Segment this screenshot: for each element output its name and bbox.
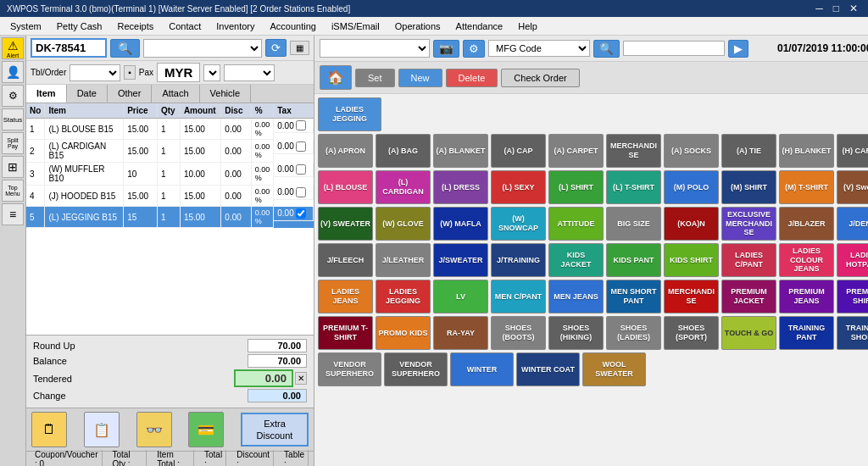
table-row[interactable]: 1 (L) BLOUSE B15 15.00 1 15.00 0.00 0.00… [26, 119, 314, 140]
menu-attendance[interactable]: Attendance [449, 19, 510, 33]
menu-isms[interactable]: iSMS/Email [325, 19, 387, 33]
cat-(a)-bag-1[interactable]: (A) BAG [376, 134, 431, 168]
cat-premium-t-shirt-0[interactable]: PREMIUM T-SHIRT [318, 316, 373, 350]
tab-attach[interactable]: Attach [152, 85, 199, 103]
cat-(l)-cardigan-1[interactable]: (L) CARDIGAN [376, 170, 431, 204]
set-button[interactable]: Set [355, 69, 395, 87]
settings-button[interactable]: ⚙ [463, 40, 485, 58]
cat-exclusive-merchandi-se-7[interactable]: EXCLUSIVE MERCHANDI SE [721, 207, 776, 241]
currency-select[interactable]: ▼ [203, 64, 220, 81]
mfg-search-button[interactable]: 🔍 [593, 40, 620, 58]
order-dropdown[interactable] [143, 39, 262, 58]
cat-j/sweater-2[interactable]: J/SWEATER [433, 243, 488, 277]
cat-(m)-shirt-7[interactable]: (M) SHIRT [721, 170, 776, 204]
cat-vendor-superhero-1[interactable]: VENDOR SUPERHERO [384, 352, 448, 386]
cat-(w)-glove-1[interactable]: (W) GLOVE [376, 207, 431, 241]
cat-vendor-superhero-0[interactable]: VENDOR SUPERHERO [318, 352, 381, 386]
cat-(h)-blanket-8[interactable]: (H) BLANKET [779, 134, 834, 168]
cat-premium-shirt-9[interactable]: PREMIUM SHIRT [837, 280, 868, 313]
order-refresh-button[interactable]: ⟳ [265, 39, 287, 57]
cat-(l)-blouse-0[interactable]: (L) BLOUSE [318, 170, 373, 204]
cat-premium-jacket-7[interactable]: PREMIUM JACKET [721, 280, 776, 313]
action-btn-3[interactable]: 👓 [136, 412, 172, 447]
menu-contact[interactable]: Contact [162, 19, 208, 33]
cat-j/training-3[interactable]: J/TRAINING [491, 243, 546, 277]
tab-vehicle[interactable]: Vehicle [200, 85, 251, 103]
cat-ladies-hotpant-9[interactable]: LADIES HOTPANT [837, 243, 868, 277]
cat-(m)-polo-6[interactable]: (M) POLO [664, 170, 719, 204]
menu-operations[interactable]: Operations [388, 19, 448, 33]
cat-wool-sweater-4[interactable]: WOOL SWEATER [582, 352, 646, 386]
menu-help[interactable]: Help [511, 19, 544, 33]
cat-winter-coat-3[interactable]: WINTER COAT [516, 352, 580, 386]
cat-men-jeans-4[interactable]: MEN JEANS [548, 280, 604, 313]
tab-item[interactable]: Item [26, 85, 67, 103]
cat-(l)-t-shirt-5[interactable]: (L) T-SHIRT [606, 170, 661, 204]
cat-shoes-(sport)-6[interactable]: SHOES (SPORT) [664, 316, 719, 350]
cat-(a)-socks-6[interactable]: (A) SOCKS [664, 134, 719, 168]
cat-(a)-cap-3[interactable]: (A) CAP [491, 134, 546, 168]
cat-ladies-jegging-1[interactable]: LADIES JEGGING [376, 280, 431, 313]
pax-select[interactable] [224, 64, 275, 81]
new-button[interactable]: New [398, 69, 442, 87]
cat-j/fleech-0[interactable]: J/FLEECH [318, 243, 373, 277]
tab-other[interactable]: Other [108, 85, 153, 103]
menu-receipts[interactable]: Receipts [111, 19, 161, 33]
cat-(h)-carpet-9[interactable]: (H) CARPET [837, 134, 868, 168]
menu-system[interactable]: System [3, 19, 48, 33]
cat-ladies-colour-jeans-8[interactable]: LADIES COLOUR JEANS [779, 243, 834, 277]
sidebar-status[interactable]: Status [2, 108, 24, 130]
mfg-go-button[interactable]: ▶ [728, 40, 748, 58]
cat-(w)-mafla-2[interactable]: (W) MAFLA [433, 207, 488, 241]
cat-(w)-snowcap-3[interactable]: (W) SNOWCAP [491, 207, 546, 241]
cat-(v)-sweater-0[interactable]: (V) SWEATER [318, 207, 373, 241]
cat-kids-shirt-6[interactable]: KIDS SHIRT [664, 243, 719, 277]
check-order-button[interactable]: Check Order [501, 69, 579, 87]
mfg-dropdown[interactable]: MFG Code [488, 40, 590, 57]
cat-(a)-blanket-2[interactable]: (A) BLANKET [433, 134, 488, 168]
cat-shoes-(boots)-3[interactable]: SHOES (BOOTS) [491, 316, 546, 350]
sidebar-user[interactable]: 👤 [2, 61, 24, 83]
cat-winter-2[interactable]: WINTER [450, 352, 514, 386]
table-row[interactable]: 3 (W) MUFFLER B10 10 1 10.00 0.00 0.00% … [26, 163, 314, 186]
order-grid-button[interactable]: ▦ [290, 41, 309, 55]
order-id-input[interactable] [31, 38, 107, 58]
sidebar-alert[interactable]: ⚠ Alert [2, 37, 24, 59]
cat-kids-pant-5[interactable]: KIDS PANT [606, 243, 661, 277]
cat-j/blazer-8[interactable]: J/BLAZER [779, 207, 834, 241]
cat-(l)-sexy-3[interactable]: (L) SEXY [491, 170, 546, 204]
cat-(a)-carpet-4[interactable]: (A) CARPET [548, 134, 604, 168]
cat-ladies-jeans-0[interactable]: LADIES JEANS [318, 280, 373, 313]
cat-(koa)n-6[interactable]: (KOA)N [664, 207, 719, 241]
cat-(l)-shirt-4[interactable]: (L) SHIRT [548, 170, 604, 204]
sidebar-topmenu[interactable]: Top Menu [2, 180, 24, 202]
cat-attitude-4[interactable]: ATTITUDE [548, 207, 604, 241]
cat-men-c/pant-3[interactable]: MEN C/PANT [491, 280, 546, 313]
cat-(v)-sweater-9[interactable]: (V) Sweater [837, 170, 868, 204]
cat-touch-&-go-7[interactable]: TOUCH & GO [721, 316, 776, 350]
cat-kids-jacket-4[interactable]: KIDS JACKET [548, 243, 604, 277]
minimize-button[interactable]: ─ [812, 3, 826, 14]
cat-men-short-pant-5[interactable]: MEN SHORT PANT [606, 280, 661, 313]
cat-merchandi-se-5[interactable]: MERCHANDI SE [606, 134, 661, 168]
cat-shoes-(hiking)-4[interactable]: SHOES (HIKING) [548, 316, 604, 350]
menu-pettycash[interactable]: Petty Cash [50, 19, 109, 33]
table-row[interactable]: 2 (L) CARDIGAN B15 15.00 1 15.00 0.00 0.… [26, 140, 314, 163]
order-search-button[interactable]: 🔍 [110, 39, 140, 58]
mfg-search-input[interactable] [623, 41, 725, 56]
tbl-btn[interactable]: ▪ [124, 65, 136, 80]
action-btn-1[interactable]: 🗒 [31, 412, 67, 447]
tendered-value[interactable]: 0.00 [234, 369, 293, 387]
sidebar-grid[interactable]: ⊞ [2, 156, 24, 178]
cat-merchandi-se-6[interactable]: MERCHANDI SE [664, 280, 719, 313]
tendered-cancel[interactable]: ✕ [295, 372, 307, 385]
menu-inventory[interactable]: Inventory [209, 19, 261, 33]
table-row[interactable]: 4 (J) HOODED B15 15.00 1 15.00 0.00 0.00… [26, 186, 314, 207]
cat-premium-jeans-8[interactable]: PREMIUM JEANS [779, 280, 834, 313]
cat-training-short-9[interactable]: TRAINING SHORT [837, 316, 868, 350]
sidebar-settings[interactable]: ⚙ [2, 85, 24, 107]
camera-button[interactable]: 📷 [433, 40, 459, 58]
delete-button[interactable]: Delete [446, 69, 498, 87]
cat-(l)-dress-2[interactable]: (L) DRESS [433, 170, 488, 204]
sidebar-extra[interactable]: ≡ [2, 203, 24, 225]
